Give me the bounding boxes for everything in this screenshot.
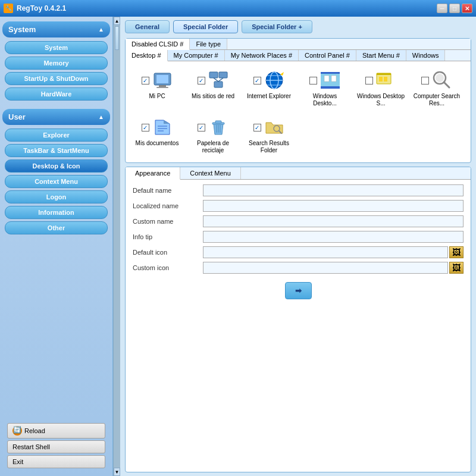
sidebar-item-explorer[interactable]: Explorer — [5, 129, 108, 142]
tab-special-folder[interactable]: Special Folder — [173, 20, 238, 33]
appearance-panel: Appearance Context Menu Default name Loc… — [125, 167, 471, 472]
sidebar-item-logon[interactable]: Logon — [5, 190, 108, 203]
input-info-tip[interactable] — [203, 231, 464, 243]
icon-item-network[interactable]: ✓ Mis sitios de red — [186, 66, 240, 111]
svg-rect-6 — [214, 82, 223, 87]
panel-content: Default name Localized name Custom name … — [126, 180, 471, 472]
input-localized-name[interactable] — [203, 200, 464, 212]
close-button[interactable]: ✕ — [462, 4, 472, 13]
input-default-name[interactable] — [203, 184, 464, 196]
svg-rect-14 — [321, 72, 340, 86]
tab-general[interactable]: General — [125, 20, 170, 33]
tab-disabled-clsid[interactable]: Disabled CLSID # — [126, 39, 190, 50]
icon-item-ie[interactable]: ✓ Internet Explorer — [242, 66, 296, 111]
panel-tab-appearance[interactable]: Appearance — [126, 167, 180, 180]
tab-my-network[interactable]: My Network Places # — [225, 50, 299, 61]
checkbox-mipc[interactable]: ✓ — [142, 77, 149, 84]
checkbox-searchfolder[interactable]: ✓ — [253, 124, 261, 131]
sidebar-item-memory[interactable]: Memory — [5, 57, 108, 70]
sidebar-item-context[interactable]: Context Menu — [5, 175, 108, 188]
tab-desktop[interactable]: Desktop # — [126, 50, 168, 61]
panel-tab-context[interactable]: Context Menu — [180, 167, 240, 179]
icon-mipc — [152, 70, 173, 91]
browse-custom-icon-btn[interactable]: 🖼 — [449, 262, 464, 274]
user-scroll-up[interactable]: ▲ — [98, 114, 104, 120]
sidebar-item-startup[interactable]: StartUp & ShutDown — [5, 72, 108, 85]
input-custom-icon[interactable] — [203, 262, 448, 274]
icon-item-searchfolder[interactable]: ✓ Search Results Folder — [242, 113, 296, 158]
scroll-track[interactable] — [114, 25, 120, 468]
input-default-icon[interactable] — [203, 246, 448, 258]
browse-default-icon-btn[interactable]: 🖼 — [449, 246, 464, 258]
sidebar: System ▲ System Memory StartUp & ShutDow… — [0, 17, 113, 476]
icon-item-mydocs[interactable]: ✓ Mis documentos — [130, 113, 184, 158]
checkbox-recycle[interactable]: ✓ — [198, 124, 205, 131]
tab-file-type[interactable]: File type — [190, 39, 227, 49]
sidebar-item-info[interactable]: Information — [5, 206, 108, 219]
icon-network — [208, 70, 229, 91]
checkbox-windesktop[interactable] — [309, 77, 317, 84]
label-custom-icon: Custom icon — [133, 264, 198, 271]
form-row-custom-icon: Custom icon 🖼 — [133, 262, 464, 274]
checkbox-windesktop2[interactable] — [365, 77, 373, 84]
svg-rect-20 — [377, 73, 391, 75]
sidebar-item-desktop[interactable]: Desktop & Icon — [5, 159, 108, 173]
icon-search — [431, 70, 453, 91]
icon-ie — [264, 70, 285, 91]
sidebar-item-hardware[interactable]: HardWare — [5, 87, 108, 101]
icon-item-windesktop2[interactable]: Windows Desktop S... — [354, 66, 408, 111]
system-scroll-up[interactable]: ▲ — [98, 26, 104, 33]
icon-label-searchfolder: Search Results Folder — [245, 140, 293, 154]
app-icon: 🔧 — [4, 4, 13, 13]
apply-button[interactable]: ➡ — [285, 282, 312, 299]
icon-label-recycle: Papelera de reciclaje — [189, 140, 237, 154]
svg-rect-18 — [331, 76, 336, 82]
sidebar-scrollbar[interactable]: ▲ ▼ — [113, 17, 120, 476]
app-title: RegToy 0.4.2.1 — [17, 4, 66, 12]
svg-rect-17 — [324, 76, 329, 82]
label-default-icon: Default icon — [133, 249, 198, 256]
checkbox-ie[interactable]: ✓ — [253, 77, 261, 84]
scroll-down-btn[interactable]: ▼ — [114, 468, 120, 476]
form-row-info-tip: Info tip — [133, 231, 464, 243]
input-custom-name[interactable] — [203, 215, 464, 227]
svg-rect-30 — [215, 121, 221, 123]
tab-my-computer[interactable]: My Computer # — [168, 50, 225, 61]
icon-item-recycle[interactable]: ✓ Papelera de recicla — [186, 113, 240, 158]
label-default-name: Default name — [133, 187, 198, 194]
icon-windesktop2 — [375, 70, 397, 91]
svg-line-7 — [214, 78, 218, 82]
tab-special-folder-plus[interactable]: Special Folder + — [242, 20, 312, 33]
exit-button[interactable]: Exit — [7, 455, 105, 468]
tab-row-2: Desktop # My Computer # My Network Place… — [126, 50, 471, 61]
system-section-header: System ▲ — [2, 21, 110, 37]
scroll-up-btn[interactable]: ▲ — [114, 17, 120, 25]
form-row-default-icon: Default icon 🖼 — [133, 246, 464, 258]
svg-rect-1 — [156, 75, 168, 83]
maximize-button[interactable]: □ — [449, 4, 460, 13]
icon-searchfolder — [264, 117, 285, 138]
icon-item-mipc[interactable]: ✓ Mi PC — [130, 66, 184, 111]
tab-start-menu[interactable]: Start Menu # — [356, 50, 406, 61]
reload-button[interactable]: 🔄 Reload — [7, 423, 105, 439]
checkbox-mydocs[interactable]: ✓ — [142, 124, 149, 131]
svg-rect-21 — [379, 77, 383, 82]
form-row-default-name: Default name — [133, 184, 464, 196]
icon-label-mipc: Mi PC — [149, 93, 165, 100]
sidebar-item-taskbar[interactable]: TaskBar & StartMenu — [5, 144, 108, 157]
scroll-thumb[interactable] — [115, 26, 119, 50]
form-row-localized-name: Localized name — [133, 200, 464, 212]
custom-icon-field: 🖼 — [203, 262, 464, 274]
restart-shell-button[interactable]: Restart Shell — [7, 440, 105, 453]
sidebar-item-system[interactable]: System — [5, 41, 108, 54]
tab-windows[interactable]: Windows — [406, 50, 446, 61]
minimize-button[interactable]: ─ — [437, 4, 447, 13]
sidebar-item-other[interactable]: Other — [5, 221, 108, 234]
icon-item-windesktop[interactable]: Windows Deskto... — [298, 66, 352, 111]
tab-row-1: Disabled CLSID # File type — [126, 39, 471, 50]
icon-item-search[interactable]: Computer Search Res... — [410, 66, 464, 111]
icon-label-network: Mis sitios de red — [192, 93, 234, 100]
tab-control-panel[interactable]: Control Panel # — [299, 50, 356, 61]
checkbox-search[interactable] — [421, 77, 429, 84]
checkbox-network[interactable]: ✓ — [198, 77, 205, 84]
